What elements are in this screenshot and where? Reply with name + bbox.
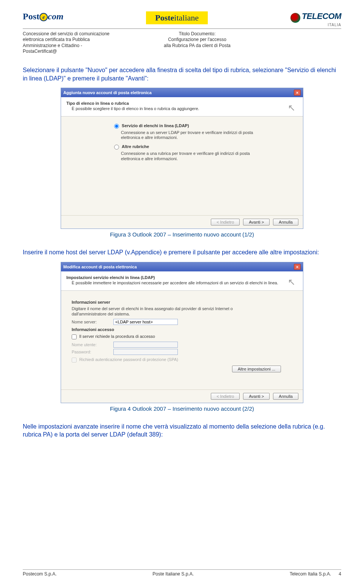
radio-description: Connessione a un server LDAP per trovare… [121,130,265,141]
radio-label: Servizio di elenchi in linea (LDAP) [122,123,189,128]
cancel-button[interactable]: Annulla [273,393,298,400]
close-icon[interactable]: × [294,90,301,96]
spa-checkbox [72,358,77,363]
spa-checkbox-row: Richiedi autenticazione password di prot… [72,357,296,363]
radio-other-input[interactable] [114,145,119,150]
swirl-icon [290,13,300,23]
document-subheader: Concessione del servizio di comunicazion… [23,31,341,55]
server-name-row: Nome server: [72,319,296,325]
instruction-paragraph-2: Inserire il nome host del server LDAP (v… [23,248,341,257]
page-number: 4 [339,571,341,577]
doc-title-line: Configurazione per l'accesso [114,37,281,43]
next-button[interactable]: Avanti > [243,393,270,400]
password-row: Password: [72,349,296,355]
cancel-button[interactable]: Annulla [273,219,298,225]
logo-posteitaliane: Posteitaliane [146,11,208,24]
more-settings-row: Altre impostazioni ... [72,366,296,372]
password-input [113,349,178,355]
dialog-header-area: Impostazioni servizio elenchi in linea (… [61,271,303,291]
dialog-subheading: È possibile immettere le impostazioni ne… [72,281,298,285]
login-required-checkbox[interactable] [72,334,77,339]
next-button[interactable]: Avanti > [243,219,270,225]
dialog-title: Aggiunta nuovo account di posta elettron… [63,90,152,95]
dialog-heading: Tipo di elenco in linea o rubrica [66,101,298,106]
logo-text: com [48,11,63,21]
footer-center: Poste Italiane S.p.A. [152,571,194,577]
footer-right: Telecom Italia S.p.A. [290,571,331,577]
server-name-input[interactable] [113,319,178,325]
logo-posteitaliane-wrap: Posteitaliane [146,11,208,24]
logo-text: Post [23,11,39,21]
radio-option-other[interactable]: Altre rubriche [114,144,296,150]
dialog-add-account: Aggiunta nuovo account di posta elettron… [61,88,303,229]
page-footer: Postecom S.p.A. Poste Italiane S.p.A. Te… [23,569,341,577]
footer-right-wrap: Telecom Italia S.p.A. 4 [290,571,341,577]
dialog-modify-account: Modifica account di posta elettronica × … [61,262,303,403]
doc-title-line: alla Rubrica PA da client di Posta [114,43,281,49]
field-label: Password: [72,350,113,354]
radio-description: Connessione a una rubrica per trovare e … [121,151,265,162]
dialog-title: Modifica account di posta elettronica [63,265,137,269]
radio-ldap-input[interactable] [114,124,119,129]
section-description: Digitare il nome del server di elenchi i… [72,306,261,317]
doc-title-label: Titolo Documento: [114,31,281,37]
page-header: Postecom Posteitaliane TELECOM ITALIA [23,11,341,29]
dialog-titlebar: Aggiunta nuovo account di posta elettron… [61,88,303,97]
logo-postecom: Postecom [23,11,63,22]
dialog-content: Servizio di elenchi in linea (LDAP) Conn… [61,117,303,215]
username-input [113,342,178,348]
logo-text: TELECOM [302,11,341,21]
logo-text: italiane [174,13,199,22]
back-button: < Indietro [211,393,240,400]
figure-caption-3: Figura 3 Outlook 2007 – Inserimento nuov… [23,231,341,238]
section-server-info: Informazioni server [72,300,296,304]
instruction-paragraph-3: Nelle impostazioni avanzate inserire il … [23,422,341,439]
dialog-subheading: È possibile scegliere il tipo di elenco … [72,106,298,111]
concession-text: Concessione del servizio di comunicazion… [23,31,114,55]
dialog-footer: < Indietro Avanti > Annulla [61,389,303,403]
more-settings-button[interactable]: Altre impostazioni ... [232,366,281,372]
username-row: Nome utente: [72,342,296,348]
section-access-info: Informazioni accesso [72,327,296,332]
figure-caption-4: Figura 4 Outlook 2007 – Inserimento nuov… [23,405,341,412]
checkbox-label: Richiedi autenticazione password di prot… [79,357,178,362]
logo-telecom: TELECOM ITALIA [290,11,341,27]
cursor-icon: ↖ [288,102,295,113]
logo-text: Poste [155,13,174,22]
radio-label: Altre rubriche [122,144,149,149]
dialog-titlebar: Modifica account di posta elettronica × [61,262,303,271]
back-button: < Indietro [211,219,240,225]
field-label: Nome server: [72,320,113,324]
dialog-footer: < Indietro Avanti > Annulla [61,215,303,229]
logo-icon-circle: e [39,13,48,21]
radio-option-ldap[interactable]: Servizio di elenchi in linea (LDAP) [114,123,296,129]
close-icon[interactable]: × [294,264,301,270]
login-required-checkbox-row[interactable]: Il server richiede la procedura di acces… [72,334,296,339]
cursor-icon: ↖ [288,277,295,287]
dialog-heading: Impostazioni servizio elenchi in linea (… [66,275,298,280]
field-label: Nome utente: [72,342,113,347]
logo-subtext: ITALIA [290,23,341,27]
instruction-paragraph-1: Selezionare il pulsante "Nuovo" per acce… [23,66,341,82]
doc-title-block: Titolo Documento: Configurazione per l'a… [114,31,281,55]
dialog-header-area: Tipo di elenco in linea o rubrica È poss… [61,97,303,117]
dialog-content: Informazioni server Digitare il nome del… [61,291,303,389]
checkbox-label: Il server richiede la procedura di acces… [79,334,155,339]
footer-left: Postecom S.p.A. [23,571,56,577]
